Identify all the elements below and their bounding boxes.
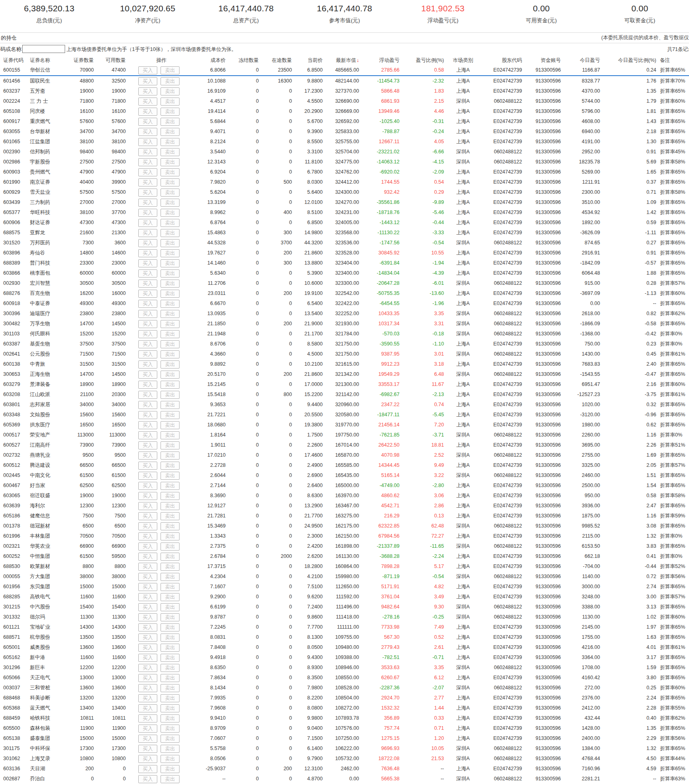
table-row[interactable]: 600155华创云信7090047400买入卖出6.80660235006.85… bbox=[0, 65, 689, 76]
sell-button[interactable]: 卖出 bbox=[161, 613, 180, 621]
sell-button[interactable]: 卖出 bbox=[161, 441, 180, 449]
buy-button[interactable]: 买入 bbox=[138, 168, 157, 176]
sell-button[interactable]: 卖出 bbox=[161, 573, 180, 581]
table-row[interactable]: 301215中汽股份1540015400买入卖出6.6199007.240011… bbox=[0, 602, 689, 612]
buy-button[interactable]: 买入 bbox=[138, 553, 157, 561]
sell-button[interactable]: 卖出 bbox=[161, 269, 180, 278]
table-row[interactable]: 603237五芳斋1900019000买入卖出16.91090017.23003… bbox=[0, 86, 689, 96]
table-row[interactable]: 301103何氏眼科1520015200买入卖出21.19480021.1700… bbox=[0, 329, 689, 339]
sell-button[interactable]: 卖出 bbox=[161, 381, 180, 389]
table-row[interactable]: 002641公元股份7150071500买入卖出4.3660004.500032… bbox=[0, 349, 689, 359]
sell-button[interactable]: 卖出 bbox=[161, 97, 180, 106]
sell-button[interactable]: 卖出 bbox=[161, 725, 180, 733]
table-row[interactable]: 605186健麾信息75007500买入卖出21.72810021.770016… bbox=[0, 511, 689, 521]
sell-button[interactable]: 卖出 bbox=[161, 644, 180, 652]
buy-button[interactable]: 买入 bbox=[138, 300, 157, 308]
buy-button[interactable]: 买入 bbox=[138, 350, 157, 358]
sell-button[interactable]: 卖出 bbox=[161, 118, 180, 126]
sell-button[interactable]: 卖出 bbox=[161, 472, 180, 480]
table-row[interactable]: 301520万邦医药73003600买入卖出44.53280370044.320… bbox=[0, 238, 689, 248]
table-row[interactable]: 603639海利尔1230012300买入卖出12.91270013.29001… bbox=[0, 501, 689, 511]
table-row[interactable]: 605138盛泰集团1500015000买入卖出7.0607007.150010… bbox=[0, 733, 689, 744]
sell-button[interactable]: 卖出 bbox=[161, 462, 180, 470]
sell-button[interactable]: 卖出 bbox=[161, 239, 180, 247]
sell-button[interactable]: 卖出 bbox=[161, 350, 180, 358]
table-row[interactable]: 605066天正电气1300013000买入卖出7.8634008.350010… bbox=[0, 673, 689, 683]
sell-button[interactable]: 卖出 bbox=[161, 492, 180, 500]
sell-button[interactable]: 卖出 bbox=[161, 168, 180, 176]
buy-button[interactable]: 买入 bbox=[138, 330, 157, 338]
buy-button[interactable]: 买入 bbox=[138, 532, 157, 540]
table-row[interactable]: 601121宝地矿业1430014300买入卖出7.2245007.770011… bbox=[0, 622, 689, 632]
buy-button[interactable]: 买入 bbox=[138, 441, 157, 449]
table-row[interactable]: 601456国联民生4880032500买入卖出10.10880163009.8… bbox=[0, 76, 689, 86]
sell-button[interactable]: 卖出 bbox=[161, 199, 180, 207]
buy-button[interactable]: 买入 bbox=[138, 684, 157, 692]
sell-button[interactable]: 卖出 bbox=[161, 249, 180, 257]
sell-button[interactable]: 卖出 bbox=[161, 401, 180, 409]
table-row[interactable]: 688571杭华股份1350013500买入卖出8.0831008.130010… bbox=[0, 632, 689, 642]
sell-button[interactable]: 卖出 bbox=[161, 502, 180, 510]
table-row[interactable]: 600918中泰证券4930049300买入卖出6.6670006.540032… bbox=[0, 299, 689, 309]
sell-button[interactable]: 卖出 bbox=[161, 219, 180, 227]
buy-button[interactable]: 买入 bbox=[138, 765, 157, 773]
sell-button[interactable]: 卖出 bbox=[161, 108, 180, 116]
table-row[interactable]: 601996丰林集团7050070500买入卖出1.3343002.300016… bbox=[0, 531, 689, 541]
table-row[interactable]: 603065宿迁联盛1900019000买入卖出8.3690008.630016… bbox=[0, 491, 689, 501]
sell-button[interactable]: 卖出 bbox=[161, 391, 180, 399]
table-row[interactable]: 688389普门科技2330023000买入卖出14.1460030013.88… bbox=[0, 258, 689, 268]
sell-button[interactable]: 卖出 bbox=[161, 148, 180, 156]
sell-button[interactable]: 卖出 bbox=[161, 421, 180, 429]
table-row[interactable]: 300396迪瑞医疗2380023800买入卖出13.09350013.5400… bbox=[0, 309, 689, 319]
buy-button[interactable]: 买入 bbox=[138, 360, 157, 369]
buy-button[interactable]: 买入 bbox=[138, 451, 157, 460]
table-row[interactable]: 603136天目湖2000买入卖出-25.9037020012.31002462… bbox=[0, 764, 689, 774]
sell-button[interactable]: 卖出 bbox=[161, 320, 180, 328]
sell-button[interactable]: 卖出 bbox=[161, 158, 180, 166]
sell-button[interactable]: 卖出 bbox=[161, 280, 180, 288]
sell-button[interactable]: 卖出 bbox=[161, 522, 180, 530]
sell-button[interactable]: 卖出 bbox=[161, 360, 180, 369]
table-row[interactable]: 605108同庆楼1610016100买入卖出19.41140020.29003… bbox=[0, 106, 689, 117]
buy-button[interactable]: 买入 bbox=[138, 340, 157, 348]
buy-button[interactable]: 买入 bbox=[138, 563, 157, 571]
buy-button[interactable]: 买入 bbox=[138, 492, 157, 500]
buy-button[interactable]: 买入 bbox=[138, 593, 157, 601]
table-row[interactable]: 600252中恒集团6150059500买入卖出2.6784020002.620… bbox=[0, 551, 689, 562]
table-row[interactable]: 688459哈铁科技1081110811买入卖出9.9410009.980010… bbox=[0, 713, 689, 723]
sell-button[interactable]: 卖出 bbox=[161, 704, 180, 712]
buy-button[interactable]: 买入 bbox=[138, 371, 157, 379]
buy-button[interactable]: 买入 bbox=[138, 472, 157, 480]
table-row[interactable]: 603208江山欧派2110020300买入卖出15.5418080015.22… bbox=[0, 390, 689, 400]
sell-button[interactable]: 卖出 bbox=[161, 674, 180, 682]
sell-button[interactable]: 卖出 bbox=[161, 532, 180, 540]
table-row[interactable]: 688276百克生物1620016000买入卖出23.0311020019.91… bbox=[0, 288, 689, 299]
sell-button[interactable]: 卖出 bbox=[161, 765, 180, 773]
table-row[interactable]: 002732燕塘乳业95009500买入卖出17.02100017.460016… bbox=[0, 450, 689, 460]
table-row[interactable]: 603279景津装备1890018900买入卖出15.21450017.0000… bbox=[0, 379, 689, 390]
sell-button[interactable]: 卖出 bbox=[161, 77, 180, 85]
table-row[interactable]: 603896寿仙谷1480014600买入卖出19.7627020021.860… bbox=[0, 248, 689, 258]
table-row[interactable]: 603866桃李面包6000060000买入卖出5.6340005.390032… bbox=[0, 268, 689, 278]
buy-button[interactable]: 买入 bbox=[138, 128, 157, 136]
buy-button[interactable]: 买入 bbox=[138, 573, 157, 581]
buy-button[interactable]: 买入 bbox=[138, 512, 157, 520]
table-row[interactable]: 688575亚辉龙2160021300买入卖出15.4863030014.980… bbox=[0, 228, 689, 238]
buy-button[interactable]: 买入 bbox=[138, 259, 157, 267]
table-row[interactable]: 000517荣安地产113000113000买入卖出1.8164001.7500… bbox=[0, 430, 689, 440]
sell-button[interactable]: 卖出 bbox=[161, 340, 180, 348]
buy-button[interactable]: 买入 bbox=[138, 462, 157, 470]
buy-button[interactable]: 买入 bbox=[138, 118, 157, 126]
table-row[interactable]: 600929雪天盐业5750057500买入卖出5.6204005.640032… bbox=[0, 187, 689, 197]
buy-button[interactable]: 买入 bbox=[138, 431, 157, 439]
buy-button[interactable]: 买入 bbox=[138, 381, 157, 389]
table-row[interactable]: 600917重庆燃气5760057600买入卖出5.6844005.670032… bbox=[0, 117, 689, 127]
table-row[interactable]: 605368蓝天燃气1340013400买入卖出7.9608008.080010… bbox=[0, 703, 689, 713]
sell-button[interactable]: 卖出 bbox=[161, 189, 180, 197]
buy-button[interactable]: 买入 bbox=[138, 391, 157, 399]
buy-button[interactable]: 买入 bbox=[138, 613, 157, 621]
table-row[interactable]: 002687乔治白00买入卖出--004.87000.005665.38--深圳… bbox=[0, 774, 689, 784]
sell-button[interactable]: 卖出 bbox=[161, 755, 180, 763]
buy-button[interactable]: 买入 bbox=[138, 219, 157, 227]
table-row[interactable]: 605369拱东医疗1650016500买入卖出18.06800019.3800… bbox=[0, 420, 689, 430]
